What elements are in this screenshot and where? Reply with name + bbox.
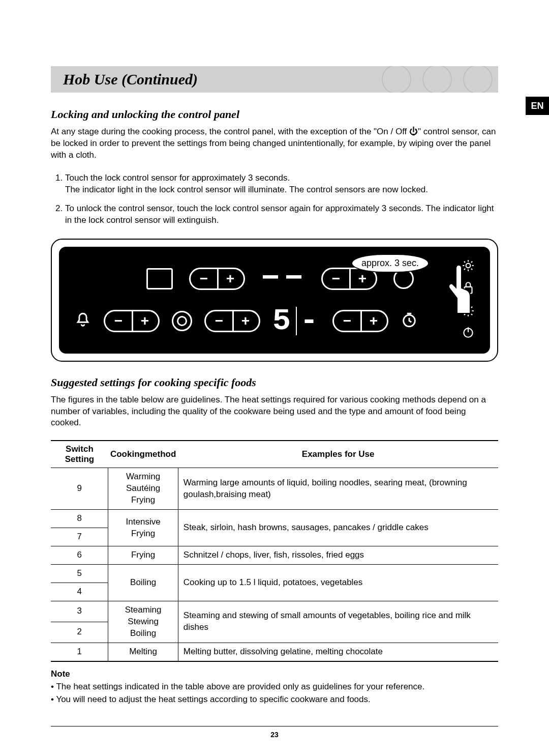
table-row: 9Warming Sautéing FryingWarming large am…	[51, 468, 498, 510]
page-footer: 23	[51, 726, 498, 739]
note-heading: Note	[51, 669, 498, 679]
target-icon	[172, 311, 192, 331]
page-number: 23	[270, 731, 279, 739]
locking-step-2: To unlock the control sensor, touch the …	[65, 203, 498, 226]
digit-display-top: −−	[261, 261, 305, 296]
table-row: 5BoilingCooking up to 1.5 l liquid, pota…	[51, 565, 498, 583]
bell-icon	[74, 311, 92, 331]
section-heading-settings: Suggested settings for cooking specific …	[51, 376, 498, 389]
table-row: 8Intensive FryingSteak, sirloin, hash br…	[51, 510, 498, 528]
cell-example: Steak, sirloin, hash browns, sausages, p…	[178, 510, 498, 546]
cell-example: Steaming and stewing of small amounts of…	[178, 601, 498, 643]
svg-point-0	[382, 66, 411, 93]
locking-steps: Touch the lock control sensor for approx…	[51, 172, 498, 226]
note-item: The heat settings indicated in the table…	[51, 681, 498, 693]
cell-method: Steaming Stewing Boiling	[108, 601, 178, 643]
cell-method: Intensive Frying	[108, 510, 178, 546]
digit-display-main: 5 -	[272, 304, 320, 338]
svg-point-2	[464, 66, 492, 93]
adjust-pill: −+	[104, 310, 160, 332]
cell-setting: 2	[51, 622, 108, 643]
locking-step-1: Touch the lock control sensor for approx…	[65, 172, 498, 196]
section-heading-locking: Locking and unlocking the control panel	[51, 108, 498, 121]
cell-setting: 7	[51, 528, 108, 546]
panel-row-bottom: −+ −+ 5 - −+	[74, 304, 475, 338]
cell-setting: 8	[51, 510, 108, 528]
svg-point-1	[423, 66, 451, 93]
language-badge: EN	[526, 97, 549, 115]
adjust-pill: −+	[332, 310, 388, 332]
burner-indicator	[146, 268, 173, 289]
cell-method: Warming Sautéing Frying	[108, 468, 178, 510]
locking-intro-text: At any stage during the cooking process,…	[51, 126, 498, 161]
table-row: 1MeltingMelting butter, dissolving gelat…	[51, 643, 498, 661]
settings-table: Switch Setting Cookingmethod Examples fo…	[51, 440, 498, 661]
table-row: 3Steaming Stewing BoilingSteaming and st…	[51, 601, 498, 622]
page-title: Hob Use (Continued)	[63, 71, 198, 88]
cell-method: Melting	[108, 643, 178, 661]
power-icon	[462, 326, 475, 341]
cell-setting: 6	[51, 546, 108, 565]
hand-pointer-icon	[444, 261, 475, 319]
th-method: Cookingmethod	[108, 441, 178, 468]
table-header-row: Switch Setting Cookingmethod Examples fo…	[51, 441, 498, 468]
table-row: 6FryingSchnitzel / chops, liver, fish, r…	[51, 546, 498, 565]
clock-icon	[401, 311, 418, 331]
cell-example: Warming large amounts of liquid, boiling…	[178, 468, 498, 510]
adjust-pill: −+	[189, 268, 245, 290]
cell-setting: 9	[51, 468, 108, 510]
th-switch: Switch Setting	[51, 441, 108, 468]
cell-setting: 5	[51, 565, 108, 583]
header-decor	[366, 66, 498, 93]
cell-example: Cooking up to 1.5 l liquid, potatoes, ve…	[178, 565, 498, 601]
header-band: Hob Use (Continued)	[51, 66, 498, 93]
notes-list: The heat settings indicated in the table…	[51, 681, 498, 706]
cell-setting: 1	[51, 643, 108, 661]
control-panel-figure: approx. 3 sec. −+ −− −+ −+ −+ 5 -	[51, 239, 498, 362]
cell-example: Melting butter, dissolving gelatine, mel…	[178, 643, 498, 661]
cell-method: Frying	[108, 546, 178, 565]
settings-intro-text: The figures in the table below are guide…	[51, 394, 498, 429]
callout-bubble: approx. 3 sec.	[351, 254, 429, 273]
cell-method: Boiling	[108, 565, 178, 601]
th-examples: Examples for Use	[178, 441, 498, 468]
note-item: You will need to adjust the heat setting…	[51, 694, 498, 706]
cell-example: Schnitzel / chops, liver, fish, rissoles…	[178, 546, 498, 565]
cell-setting: 3	[51, 601, 108, 622]
adjust-pill: −+	[204, 310, 260, 332]
control-panel: approx. 3 sec. −+ −− −+ −+ −+ 5 -	[59, 247, 490, 354]
cell-setting: 4	[51, 583, 108, 601]
